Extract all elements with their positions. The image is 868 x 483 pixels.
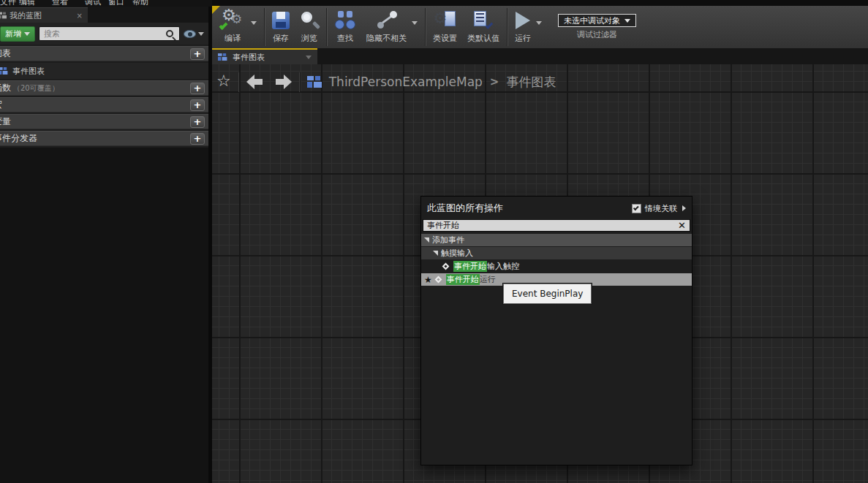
play-icon [516,12,530,29]
add-graph-button[interactable]: + [190,48,205,60]
match-highlight: 事件开始 [446,274,480,285]
eye-icon [184,30,196,38]
expander-icon[interactable] [424,237,429,243]
category-add-event[interactable]: 添加事件 [421,234,692,246]
search-input[interactable] [39,29,166,39]
context-sensitive-toggle[interactable]: 情境关联 [632,203,686,214]
breadcrumb-current[interactable]: 事件图表 [506,74,556,91]
compile-button[interactable]: ⚙⚙ 编译 [219,10,246,44]
close-icon[interactable]: × [77,12,83,20]
debug-filter-label: 调试过滤器 [577,29,617,40]
hide-unrelated-label: 隐藏不相关 [366,33,407,44]
browse-button[interactable]: 浏览 [300,10,319,44]
category-touch-input[interactable]: 触摸输入 [421,247,692,259]
section-macros[interactable]: 宏 + [0,97,208,113]
class-settings-label: 类设置 [433,33,457,44]
breadcrumb-root[interactable]: ThirdPersonExampleMap [329,75,483,89]
editor-toolbar: ⚙⚙ 编译 保存 浏览 查找 [212,6,868,48]
chevron-down-icon [198,32,204,36]
graph-icon [0,67,5,75]
panel-empty-area [0,148,208,483]
action-search-input[interactable] [423,221,674,230]
menu-file[interactable]: 文件 [0,0,16,7]
popup-header: 此蓝图的所有操作 情境关联 [421,197,692,219]
action-item-begin-play-label: 运行 [480,274,496,285]
hide-unrelated-button[interactable]: 隐藏不相关 [366,10,407,44]
compile-group: ⚙⚙ 编译 [212,6,264,48]
clear-search-icon[interactable]: ✕ [674,221,690,230]
category-add-event-label: 添加事件 [432,235,464,246]
hide-unrelated-chevron-icon[interactable] [412,21,418,25]
section-functions-suffix: （20可覆盖） [13,83,59,94]
compile-options-chevron-icon[interactable] [251,21,257,25]
save-button[interactable]: 保存 [272,10,290,44]
tab-my-blueprint[interactable]: 我的蓝图 × [0,7,88,23]
category-touch-input-label: 触摸输入 [441,248,473,259]
context-sensitive-label: 情境关联 [645,203,677,214]
debug-object-area: 未选中调试对象 调试过滤器 [552,14,642,40]
checkbox-checked-icon[interactable] [632,204,641,213]
my-blueprint-panel: 我的蓝图 × 新增 图表 + 事件图表 函数 （20可覆盖） + [0,7,208,483]
save-label: 保存 [273,33,289,44]
section-variables[interactable]: 变量 + [0,114,208,129]
add-function-button[interactable]: + [190,83,205,94]
visibility-filter[interactable] [184,30,205,38]
add-new-button[interactable]: 新增 [0,26,35,42]
magnifier-icon [300,12,319,29]
add-macro-button[interactable]: + [190,99,205,111]
tab-chevron-icon[interactable] [306,56,312,59]
menu-debug[interactable]: 调试 [85,0,101,7]
action-item-input-touch[interactable]: 事件开始 输入触控 [421,260,692,273]
expander-icon[interactable] [433,251,438,256]
section-graphs-label: 图表 [0,47,11,60]
section-macros-label: 宏 [0,99,2,111]
tab-event-graph[interactable]: 事件图表 [212,48,317,64]
favorite-star-icon[interactable]: ☆ [216,73,231,89]
event-graph-item-label: 事件图表 [12,66,45,77]
checklist-icon [474,11,493,29]
play-button[interactable]: 运行 [515,10,531,44]
binoculars-icon [334,11,356,29]
tab-my-blueprint-label: 我的蓝图 [10,10,42,21]
event-diamond-icon [434,276,442,284]
graph-icon [218,53,224,61]
find-group: 查找 隐藏不相关 [327,6,425,48]
class-settings-button[interactable]: ⚙ 类设置 [433,10,457,44]
class-defaults-label: 类默认值 [467,33,499,44]
section-functions[interactable]: 函数 （20可覆盖） + [0,80,208,96]
event-diamond-icon [442,263,450,270]
blueprint-icon [0,12,3,19]
debug-object-label: 未选中调试对象 [564,15,620,26]
compile-gears-icon: ⚙⚙ [219,10,246,30]
action-item-input-touch-label: 输入触控 [487,261,519,272]
save-browse-group: 保存 浏览 [265,6,326,48]
add-dispatcher-button[interactable]: + [190,133,205,145]
node-wire-icon [376,11,398,29]
section-event-dispatchers[interactable]: 事件分发器 + [0,131,208,146]
event-graph-canvas[interactable]: ☆ ThirdPersonExampleMap > 事件图表 此蓝图的所有操作 … [212,64,868,483]
play-options-chevron-icon[interactable] [536,21,542,25]
forward-arrow-icon[interactable] [273,75,292,89]
floppy-disk-icon [272,12,290,29]
menu-window[interactable]: 窗口 [108,0,124,7]
add-variable-button[interactable]: + [190,116,205,128]
menu-edit[interactable]: 编辑 [19,0,35,7]
menu-help[interactable]: 帮助 [132,0,148,7]
blueprint-actions-popup: 此蓝图的所有操作 情境关联 ✕ 添加事件 触摸输入 [420,196,692,465]
debug-object-dropdown[interactable]: 未选中调试对象 [558,14,636,27]
section-graphs[interactable]: 图表 + [0,46,208,61]
window-top-strip [212,0,868,6]
find-button[interactable]: 查找 [334,10,356,44]
gear-page-icon: ⚙ [435,11,456,29]
play-group: 运行 未选中调试对象 调试过滤器 [507,6,649,48]
back-arrow-icon[interactable] [246,75,265,89]
panel-tab-bar: 我的蓝图 × [0,7,208,23]
blueprint-editor-main: ⚙⚙ 编译 保存 浏览 查找 [212,0,868,483]
menu-view[interactable]: 查看 [52,0,68,7]
event-graph-item[interactable]: 事件图表 [0,63,208,79]
graph-breadcrumb-bar: ☆ ThirdPersonExampleMap > 事件图表 [216,70,556,94]
class-defaults-button[interactable]: 类默认值 [467,10,499,44]
my-blueprint-search [39,26,180,41]
chevron-right-icon[interactable] [682,205,686,211]
favorite-star-icon: ★ [424,275,432,284]
